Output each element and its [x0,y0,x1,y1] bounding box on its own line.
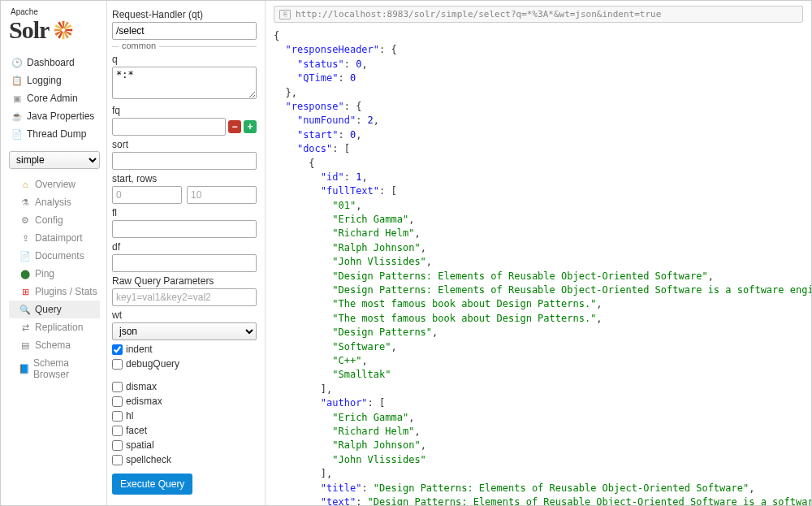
json-output: { "responseHeader": { "status": 0, "QTim… [274,29,803,505]
nav-label: Query [35,304,62,315]
hl-row[interactable]: hl [112,410,257,422]
core-schema-browser[interactable]: 📘Schema Browser [9,354,100,383]
raw-input[interactable] [112,288,257,306]
nav-label: Schema [35,339,71,351]
logo-apache: Apache [11,7,100,16]
thread-icon: 📄 [11,128,24,140]
common-legend: common [119,41,159,50]
nav-thread-dump[interactable]: 📄Thread Dump [9,125,100,143]
raw-label: Raw Query Parameters [112,275,257,287]
start-rows-row [112,186,257,204]
spellcheck-row[interactable]: spellcheck [112,454,257,465]
ping-icon: ⬤ [19,268,32,279]
wt-label: wt [112,309,257,321]
nav-dashboard[interactable]: 🕑Dashboard [9,54,100,71]
core-config[interactable]: ⚙Config [9,211,100,229]
fq-label: fq [112,105,257,116]
qt-label: Request-Handler (qt) [112,9,257,20]
logo-brand: Solr [9,16,100,44]
gear-icon: ⚙ [19,214,32,226]
sort-input[interactable] [112,152,257,170]
debug-row[interactable]: debugQuery [112,358,257,370]
nav-label: Schema Browser [33,357,98,380]
nav-label: Plugins / Stats [35,286,97,297]
core-analysis[interactable]: ⚗Analysis [9,193,100,211]
dismax-row[interactable]: dismax [112,381,257,392]
df-label: df [112,241,257,253]
nav-label: Analysis [35,197,71,208]
q-label: q [112,54,257,65]
fl-input[interactable] [112,220,257,238]
start-rows-label: start, rows [112,173,257,184]
fq-add-button[interactable]: + [244,120,257,133]
indent-label: indent [126,344,153,355]
log-icon: 📋 [11,75,24,86]
logo-text: Solr [9,16,49,44]
opt-label: facet [126,425,147,436]
logo: Apache Solr [9,7,100,44]
nav-label: Config [35,214,63,226]
hl-checkbox[interactable] [112,411,123,422]
execute-query-button[interactable]: Execute Query [112,474,192,495]
common-fieldset: common q fq − + sort start, rows fl df R… [112,46,257,370]
core-dataimport[interactable]: ⇪Dataimport [9,229,100,247]
core-documents[interactable]: 📄Documents [9,247,100,265]
import-icon: ⇪ [19,232,32,244]
core-plugins[interactable]: ⊞Plugins / Stats [9,283,100,301]
spatial-checkbox[interactable] [112,440,123,451]
qt-input[interactable] [112,22,257,40]
opt-label: hl [126,410,133,422]
core-ping[interactable]: ⬤Ping [9,265,100,283]
nav-core: ⌂Overview ⚗Analysis ⚙Config ⇪Dataimport … [9,175,100,383]
nav-label: Core Admin [27,93,78,104]
plugin-icon: ⊞ [19,286,32,297]
wt-select[interactable]: json [112,322,257,340]
fq-remove-button[interactable]: − [228,120,241,133]
facet-checkbox[interactable] [112,426,123,436]
core-selector[interactable]: simple [9,151,100,169]
q-input[interactable] [112,67,257,99]
nav-core-admin[interactable]: ▣Core Admin [9,89,100,107]
nav-label: Dataimport [35,232,83,244]
doc-icon: 📄 [19,250,32,262]
browser-icon: 📘 [19,363,30,374]
app-root: Apache Solr 🕑Dashboard 📋Logging ▣Core Ad… [1,1,811,505]
debug-checkbox[interactable] [112,359,123,370]
opt-label: dismax [126,381,157,392]
edismax-row[interactable]: edismax [112,396,257,407]
nav-label: Ping [35,268,54,279]
result-panel: ⎘ http://localhost:8983/solr/simple/sele… [266,1,811,505]
facet-row[interactable]: facet [112,425,257,436]
replicate-icon: ⇄ [19,322,32,333]
indent-row[interactable]: indent [112,344,257,355]
core-replication[interactable]: ⇄Replication [9,318,100,336]
result-url-bar[interactable]: ⎘ http://localhost:8983/solr/simple/sele… [274,6,803,23]
core-overview[interactable]: ⌂Overview [9,175,100,193]
dismax-checkbox[interactable] [112,382,123,392]
schema-icon: ▤ [19,339,32,351]
rows-input[interactable] [187,186,257,204]
opt-label: spellcheck [126,454,171,465]
nav-java-props[interactable]: ☕Java Properties [9,107,100,125]
edismax-checkbox[interactable] [112,396,123,407]
core-schema[interactable]: ▤Schema [9,336,100,354]
stack-icon: ▣ [11,93,24,104]
nav-logging[interactable]: 📋Logging [9,71,100,89]
start-input[interactable] [112,186,182,204]
spatial-row[interactable]: spatial [112,439,257,451]
indent-checkbox[interactable] [112,344,123,355]
query-form: Request-Handler (qt) common q fq − + sor… [106,1,266,505]
df-input[interactable] [112,254,257,272]
sun-icon [52,19,75,41]
core-select-dropdown[interactable]: simple [9,151,100,169]
core-query[interactable]: 🔍Query [9,301,100,318]
spellcheck-checkbox[interactable] [112,455,123,465]
fl-label: fl [112,207,257,218]
sort-label: sort [112,139,257,150]
fq-row: − + [112,118,257,136]
fq-input[interactable] [112,118,226,136]
link-icon: ⎘ [279,10,291,19]
nav-label: Java Properties [27,110,94,122]
gauge-icon: 🕑 [11,57,24,68]
flask-icon: ⚗ [19,197,32,208]
